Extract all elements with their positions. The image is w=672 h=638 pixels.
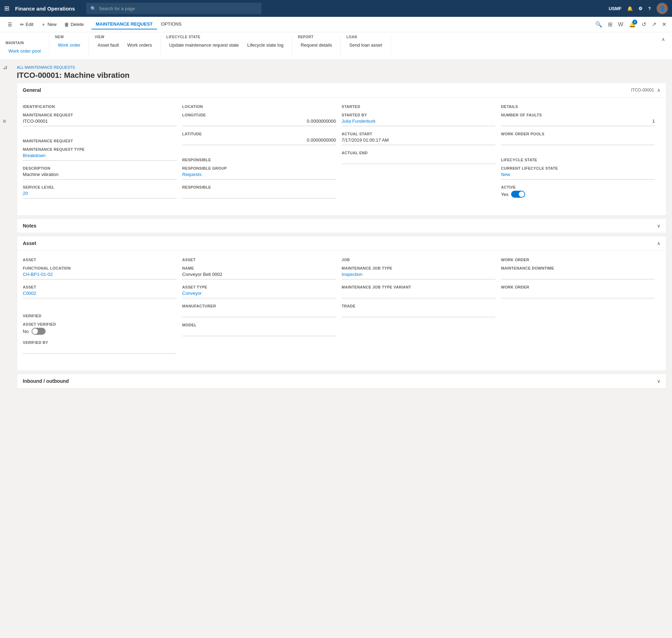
edit-button[interactable]: ✏ Edit	[16, 20, 37, 29]
new-button[interactable]: ＋ New	[38, 19, 60, 30]
search-cmd-icon[interactable]: 🔍	[594, 20, 604, 29]
maintenance-job-type-value[interactable]: Inspection	[342, 272, 496, 279]
general-section-id: ITCO-00001	[631, 88, 654, 93]
search-input[interactable]	[99, 6, 257, 11]
active-toggle[interactable]	[511, 191, 525, 198]
notes-section-header[interactable]: Notes ∨	[17, 219, 666, 233]
ribbon-items-view: Asset fault Work orders	[95, 41, 155, 49]
grid-icon[interactable]: ⊞	[4, 5, 9, 12]
maintenance-request-id-value: ITCO-00001	[23, 118, 177, 126]
maintenance-request-type-group: Maintenance request type Breakdown	[23, 147, 177, 161]
view-icon[interactable]: ⊞	[606, 20, 614, 29]
badge: 0	[632, 20, 637, 25]
ribbon-collapse-icon[interactable]: ∧	[660, 35, 666, 43]
search-box[interactable]: 🔍	[86, 3, 262, 14]
general-col4: DETAILS Number of faults 1 Work order po…	[501, 103, 660, 210]
help-icon[interactable]: ?	[648, 6, 651, 11]
bell-icon[interactable]: 🔔	[627, 6, 633, 11]
notification-icon-badge[interactable]: 🔔 0	[627, 20, 637, 29]
actual-end-label: Actual end	[342, 151, 496, 155]
ribbon-item-asset-fault[interactable]: Asset fault	[95, 41, 122, 49]
ribbon-item-send-loan[interactable]: Send loan asset	[346, 41, 385, 49]
maintenance-request-sub-label: MAINTENANCE REQUEST	[23, 139, 177, 143]
ribbon-item-update-state[interactable]: Update maintenance request state	[167, 41, 242, 49]
asset1-sub-label: ASSET	[23, 258, 177, 262]
asset-name-label: Name	[182, 266, 336, 270]
inbound-outbound-collapse-icon[interactable]: ∨	[657, 378, 660, 384]
started-by-value[interactable]: Julia Funderburk	[342, 118, 496, 126]
lines-icon[interactable]: ≡	[3, 118, 11, 124]
work-order-ref-group: Work order	[501, 285, 655, 298]
maintenance-job-variant-group: Maintenance job type variant	[342, 285, 496, 298]
service-level-value: 20	[23, 191, 177, 198]
responsible-group-value[interactable]: Requests	[182, 172, 336, 179]
settings-icon[interactable]: ⚙	[638, 6, 643, 11]
general-section-header[interactable]: General ITCO-00001 ∧	[17, 83, 666, 97]
ribbon-label-new: NEW	[55, 35, 83, 39]
ribbon-item-request-details[interactable]: Request details	[298, 41, 335, 49]
left-sidebar: ⊿ ≡	[0, 60, 14, 638]
asset-type-label: Asset type	[182, 285, 336, 289]
maintenance-job-type-group: Maintenance job type Inspection	[342, 266, 496, 279]
tab-maintenance-request[interactable]: MAINTENANCE REQUEST	[91, 19, 157, 29]
work-order-ref-label: Work order	[501, 285, 655, 289]
general-section-title: General	[23, 87, 41, 93]
model-value	[182, 328, 336, 336]
close-icon[interactable]: ✕	[660, 20, 668, 29]
general-collapse-icon[interactable]: ∧	[657, 87, 660, 93]
ribbon-items-loan: Send loan asset	[346, 41, 385, 49]
search-icon: 🔍	[90, 6, 96, 11]
tab-options[interactable]: OPTIONS	[157, 19, 186, 29]
asset-col2: ASSET Name Conveyor Belt 0002 Asset type…	[182, 256, 342, 365]
notes-collapse-icon[interactable]: ∨	[657, 223, 660, 229]
maintenance-job-variant-label: Maintenance job type variant	[342, 285, 496, 289]
user-avatar[interactable]: 👤	[657, 3, 668, 14]
office-icon[interactable]: W	[617, 20, 625, 29]
ribbon-label-view: VIEW	[95, 35, 155, 39]
ribbon-label-maintain: MAINTAIN	[6, 41, 43, 45]
refresh-icon[interactable]: ↺	[640, 20, 647, 29]
notes-section: Notes ∨	[17, 218, 666, 233]
identification-label: IDENTIFICATION	[23, 104, 177, 109]
ribbon-item-work-order-pool[interactable]: Work order pool	[6, 47, 43, 55]
verified-by-label: Verified by	[23, 340, 177, 345]
asset-name-group: Name Conveyor Belt 0002	[182, 266, 336, 279]
asset-verified-toggle[interactable]	[32, 328, 46, 335]
asset-id-value[interactable]: C0002	[23, 291, 177, 298]
faults-group: Number of faults 1	[501, 113, 655, 126]
general-col2: LOCATION Longitude 0.0000000000 Latitude…	[182, 103, 342, 210]
ribbon-item-lifecycle-log[interactable]: Lifecycle state log	[244, 41, 286, 49]
active-group: Active Yes	[501, 185, 655, 198]
functional-location-value[interactable]: CH-BP1-01-02	[23, 272, 177, 279]
work-order-pools-value	[501, 137, 655, 145]
breadcrumb[interactable]: ALL MAINTENANCE REQUESTS	[17, 65, 666, 69]
current-lifecycle-value[interactable]: New	[501, 172, 655, 179]
inbound-outbound-section-header[interactable]: Inbound / outbound ∨	[17, 374, 666, 388]
work-order-pools-group: Work order pools	[501, 132, 655, 145]
actual-end-value	[342, 156, 496, 164]
longitude-value: 0.0000000000	[182, 118, 336, 126]
ribbon-item-work-orders[interactable]: Work orders	[124, 41, 155, 49]
filter-icon[interactable]: ⊿	[3, 64, 11, 70]
open-icon[interactable]: ↗	[650, 20, 658, 29]
ribbon-item-work-order[interactable]: Work order	[55, 41, 83, 49]
page-header: ALL MAINTENANCE REQUESTS ITCO-00001: Mac…	[17, 60, 666, 83]
asset-collapse-icon[interactable]: ∧	[657, 240, 660, 246]
asset-section-title: Asset	[23, 240, 36, 246]
maintenance-downtime-label: Maintenance downtime	[501, 266, 655, 270]
ribbon-label-loan: LOAN	[346, 35, 385, 39]
asset-section-body: ASSET Functional location CH-BP1-01-02 A…	[17, 251, 666, 371]
delete-button[interactable]: 🗑 Delete	[61, 20, 87, 29]
responsible-value	[182, 191, 336, 198]
responsible-person-group: Responsible	[182, 185, 336, 198]
work-order-sub-label: WORK ORDER	[501, 258, 655, 262]
asset-type-value[interactable]: Conveyor	[182, 291, 336, 298]
model-label: Model	[182, 323, 336, 327]
asset-section-header[interactable]: Asset ∧	[17, 236, 666, 251]
menu-button[interactable]: ☰	[4, 20, 16, 29]
faults-label: Number of faults	[501, 113, 655, 117]
maintenance-request-type-value[interactable]: Breakdown	[23, 153, 177, 161]
asset-col1: ASSET Functional location CH-BP1-01-02 A…	[23, 256, 182, 365]
asset-col4: WORK ORDER Maintenance downtime Work ord…	[501, 256, 660, 365]
job-sub-label: JOB	[342, 258, 496, 262]
